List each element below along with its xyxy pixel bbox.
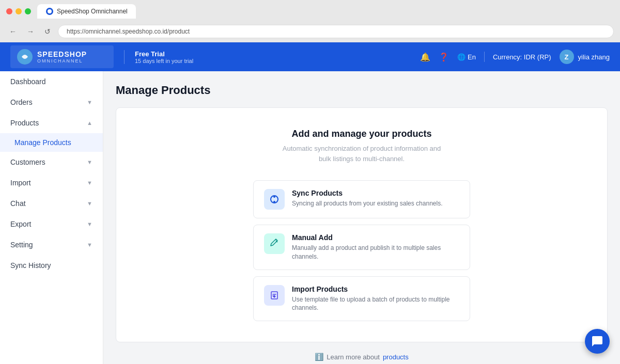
hero-subtitle: Automatic synchronization of product inf… bbox=[127, 144, 597, 164]
chevron-down-icon: ▼ bbox=[87, 180, 92, 186]
url-text: https://omnichannel.speedshop.co.id/prod… bbox=[67, 28, 190, 35]
sidebar-item-orders[interactable]: Orders ▼ bbox=[0, 92, 103, 113]
chevron-down-icon: ▼ bbox=[87, 159, 92, 165]
sidebar-item-dashboard[interactable]: Dashboard bbox=[0, 71, 103, 92]
user-avatar: Z bbox=[560, 50, 574, 64]
chevron-down-icon: ▼ bbox=[87, 221, 92, 227]
tab-title: SpeedShop Omnichannel bbox=[57, 8, 128, 15]
sidebar-item-setting[interactable]: Setting ▼ bbox=[0, 234, 103, 255]
logo-sub-text: OMNICHANNEL bbox=[37, 58, 87, 64]
help-button[interactable]: ❓ bbox=[439, 52, 449, 62]
app-container: SPEEDSHOP OMNICHANNEL Free Trial 15 days… bbox=[0, 42, 620, 364]
browser-titlebar: SpeedShop Omnichannel bbox=[0, 0, 620, 23]
option-list: Sync Products Syncing all products from … bbox=[253, 180, 470, 321]
edit-icon bbox=[264, 233, 285, 254]
sidebar: Dashboard Orders ▼ Products ▲ Manage Pro… bbox=[0, 71, 103, 364]
main-content: Manage Products Add and manage your prod… bbox=[103, 71, 620, 364]
browser-chrome: SpeedShop Omnichannel ← → ↺ https://omni… bbox=[0, 0, 620, 42]
products-link[interactable]: products bbox=[383, 353, 409, 361]
logo-text: SPEEDSHOP OMNICHANNEL bbox=[37, 50, 87, 64]
manual-add-desc: Manually add a product and publish it to… bbox=[292, 244, 459, 261]
favicon-icon bbox=[45, 7, 54, 15]
import-products-desc: Use template file to upload a batch of p… bbox=[292, 295, 459, 313]
forward-button[interactable]: → bbox=[24, 26, 37, 37]
user-menu[interactable]: Z yilia zhang bbox=[560, 50, 610, 64]
sidebar-item-sync-history[interactable]: Sync History bbox=[0, 255, 103, 276]
learn-more-section: ℹ️ Learn more about products bbox=[116, 353, 608, 361]
notifications-button[interactable]: 🔔 bbox=[420, 52, 430, 62]
sidebar-item-products[interactable]: Products ▲ bbox=[0, 113, 103, 133]
globe-icon: 🌐 bbox=[457, 53, 466, 61]
language-text: En bbox=[468, 53, 476, 61]
info-icon: ℹ️ bbox=[315, 353, 323, 361]
chevron-down-icon: ▼ bbox=[87, 242, 92, 248]
user-name: yilia zhang bbox=[578, 53, 610, 61]
chevron-down-icon: ▼ bbox=[87, 200, 92, 207]
trial-title: Free Trial bbox=[135, 50, 193, 58]
sidebar-item-chat[interactable]: Chat ▼ bbox=[0, 193, 103, 214]
sidebar-item-import[interactable]: Import ▼ bbox=[0, 172, 103, 193]
language-selector[interactable]: 🌐 En bbox=[457, 53, 476, 61]
trial-subtitle: 15 days left in your trial bbox=[135, 58, 193, 64]
card-hero: Add and manage your products Automatic s… bbox=[127, 129, 597, 164]
header-left: SPEEDSHOP OMNICHANNEL Free Trial 15 days… bbox=[10, 45, 193, 68]
currency-display: Currency: IDR (RP) bbox=[493, 53, 551, 61]
trial-info: Free Trial 15 days left in your trial bbox=[124, 50, 193, 64]
chevron-down-icon: ▼ bbox=[87, 99, 92, 105]
back-button[interactable]: ← bbox=[6, 26, 20, 37]
import-products-option[interactable]: Import Products Use template file to upl… bbox=[253, 276, 470, 322]
import-products-text: Import Products Use template file to upl… bbox=[292, 285, 459, 313]
learn-more-text: Learn more about bbox=[327, 353, 380, 361]
hero-title: Add and manage your products bbox=[127, 129, 597, 139]
header-divider bbox=[484, 52, 485, 62]
logo-main-text: SPEEDSHOP bbox=[37, 50, 87, 58]
minimize-window-button[interactable] bbox=[16, 8, 22, 14]
chat-icon bbox=[591, 335, 603, 347]
svg-point-4 bbox=[273, 201, 275, 203]
chevron-up-icon: ▲ bbox=[87, 120, 92, 126]
sidebar-item-manage-products[interactable]: Manage Products bbox=[0, 133, 103, 152]
chat-bubble-button[interactable] bbox=[585, 329, 610, 354]
import-icon bbox=[264, 285, 285, 306]
manual-add-option[interactable]: Manual Add Manually add a product and pu… bbox=[253, 225, 470, 270]
page-title: Manage Products bbox=[116, 84, 608, 97]
browser-window-controls bbox=[6, 8, 31, 14]
sync-products-desc: Syncing all products from your existing … bbox=[292, 199, 442, 208]
sync-products-text: Sync Products Syncing all products from … bbox=[292, 189, 442, 208]
browser-tab[interactable]: SpeedShop Omnichannel bbox=[37, 4, 136, 19]
maximize-window-button[interactable] bbox=[25, 8, 31, 14]
manual-add-title: Manual Add bbox=[292, 233, 459, 242]
logo: SPEEDSHOP OMNICHANNEL bbox=[10, 45, 114, 68]
browser-addressbar-row: ← → ↺ https://omnichannel.speedshop.co.i… bbox=[0, 23, 620, 42]
sync-icon bbox=[264, 189, 285, 210]
sidebar-item-export[interactable]: Export ▼ bbox=[0, 214, 103, 234]
manual-add-text: Manual Add Manually add a product and pu… bbox=[292, 233, 459, 261]
svg-point-3 bbox=[273, 196, 275, 198]
logo-icon bbox=[17, 49, 33, 65]
sync-products-option[interactable]: Sync Products Syncing all products from … bbox=[253, 180, 470, 218]
sidebar-item-customers[interactable]: Customers ▼ bbox=[0, 152, 103, 172]
header-right: 🔔 ❓ 🌐 En Currency: IDR (RP) Z yilia zhan… bbox=[420, 50, 610, 64]
app-body: Dashboard Orders ▼ Products ▲ Manage Pro… bbox=[0, 71, 620, 364]
refresh-button[interactable]: ↺ bbox=[41, 26, 54, 37]
import-products-title: Import Products bbox=[292, 285, 459, 293]
app-header: SPEEDSHOP OMNICHANNEL Free Trial 15 days… bbox=[0, 42, 620, 71]
svg-point-1 bbox=[48, 9, 52, 13]
content-card: Add and manage your products Automatic s… bbox=[116, 107, 608, 342]
address-bar[interactable]: https://omnichannel.speedshop.co.id/prod… bbox=[58, 25, 614, 38]
close-window-button[interactable] bbox=[6, 8, 12, 14]
sync-products-title: Sync Products bbox=[292, 189, 442, 197]
